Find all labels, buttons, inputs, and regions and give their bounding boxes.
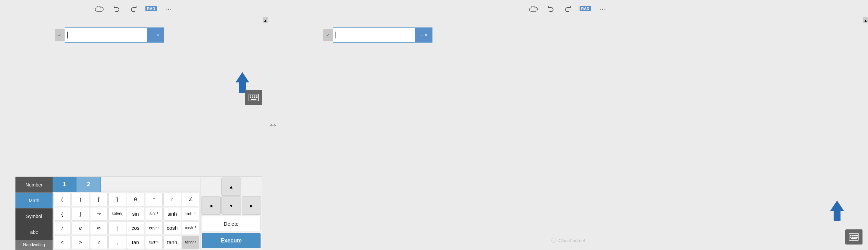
svg-marker-12 [830, 201, 844, 221]
key-pipe[interactable]: | [108, 221, 126, 235]
key-comma[interactable]: , [108, 236, 126, 249]
sidebar-item-math[interactable]: Math [15, 193, 53, 208]
execute-button[interactable]: Execute [202, 233, 261, 248]
svg-marker-0 [235, 72, 249, 93]
right-undo-icon[interactable] [545, 3, 556, 14]
svg-rect-14 [850, 235, 851, 236]
panel-separator-arrow: ↔ [268, 120, 278, 130]
svg-rect-22 [851, 238, 857, 239]
svg-rect-15 [852, 235, 854, 236]
nav-down-button[interactable]: ▼ [221, 196, 241, 215]
keyboard-key-rows: ( ) [ ] θ ° r ∠ { } ⇒ solve( sin sin⁻¹ [53, 192, 200, 250]
redo-icon[interactable] [128, 3, 139, 14]
key-cos[interactable]: cos [127, 221, 144, 235]
svg-rect-16 [854, 235, 856, 236]
delete-button[interactable]: Delete [202, 216, 261, 231]
key-cosh-inv[interactable]: cosh⁻¹ [182, 221, 199, 235]
key-rbracket[interactable]: ] [108, 193, 126, 206]
right-input-box: ✓ ··· ✕ [323, 27, 432, 43]
key-cos-inv[interactable]: cos⁻¹ [145, 221, 163, 235]
right-toolbar: RAD ··· [268, 0, 868, 17]
svg-rect-18 [850, 237, 851, 238]
key-lparen[interactable]: ( [53, 193, 71, 206]
nav-empty-2 [242, 178, 261, 196]
keyboard-row-3: i e ∞ | cos cos⁻¹ cosh cosh⁻¹ [53, 221, 199, 235]
key-rbrace[interactable]: } [72, 207, 89, 221]
key-tanh-inv[interactable]: tanh⁻¹ [182, 236, 199, 249]
key-sinh[interactable]: sinh [163, 207, 181, 221]
more-icon[interactable]: ··· [163, 3, 174, 14]
key-tan-inv[interactable]: tan⁻¹ [145, 236, 163, 249]
confirm-button[interactable]: ✓ [55, 29, 65, 41]
nav-empty-1 [201, 178, 221, 196]
keyboard-nav-grid: ▲ ◄ ▼ ► [201, 178, 261, 215]
right-more-icon[interactable]: ··· [597, 3, 608, 14]
svg-rect-19 [852, 237, 854, 238]
undo-icon[interactable] [111, 3, 122, 14]
right-confirm-button[interactable]: ✓ [323, 29, 333, 41]
right-cloud-icon[interactable] [528, 3, 539, 14]
keyboard-panel: Number Math Symbol abc Handwriting 1 2 [15, 177, 262, 250]
svg-rect-10 [251, 99, 256, 100]
keyboard-row-2: { } ⇒ solve( sin sin⁻¹ sinh sinh⁻¹ [53, 207, 199, 221]
svg-rect-4 [254, 95, 255, 96]
keyboard-tab-2[interactable]: 2 [77, 177, 101, 192]
key-tan[interactable]: tan [127, 236, 144, 249]
key-r[interactable]: r [163, 193, 181, 206]
keyboard-right-section: ▲ ◄ ▼ ► Delete Execute [200, 177, 262, 250]
right-rad-button[interactable]: RAD [580, 6, 591, 11]
key-rparen[interactable]: ) [72, 193, 89, 206]
cloud-icon[interactable] [94, 3, 105, 14]
sidebar-item-abc[interactable]: abc [15, 224, 53, 240]
svg-rect-8 [254, 97, 255, 98]
right-redo-icon[interactable] [562, 3, 573, 14]
sidebar-item-symbol[interactable]: Symbol [15, 208, 53, 224]
svg-rect-3 [252, 95, 253, 96]
keyboard-sidebar: Number Math Symbol abc Handwriting [15, 177, 53, 250]
key-angle[interactable]: ∠ [182, 193, 199, 206]
key-solve[interactable]: solve( [108, 207, 126, 221]
svg-rect-20 [854, 237, 856, 238]
sidebar-item-handwriting[interactable]: Handwriting [15, 240, 53, 250]
key-infinity[interactable]: ∞ [90, 221, 108, 235]
math-input-field[interactable] [65, 27, 147, 43]
key-sin-inv[interactable]: sin⁻¹ [145, 207, 163, 221]
svg-rect-6 [250, 97, 251, 98]
right-scroll-up-button[interactable]: ▲ [863, 17, 868, 23]
svg-rect-9 [256, 97, 257, 98]
right-keyboard-toggle-button[interactable] [845, 229, 862, 245]
key-i[interactable]: i [53, 221, 71, 235]
right-panel: RAD ··· ▲ ✓ ··· ✕ ClassPad.net [268, 0, 868, 250]
input-actions-button[interactable]: ··· ✕ [147, 27, 164, 43]
text-cursor [67, 32, 68, 38]
left-panel: RAD ··· ▲ ✓ ··· ✕ [0, 0, 268, 250]
left-toolbar: RAD ··· [0, 0, 268, 17]
keyboard-tabs: 1 2 [53, 177, 200, 192]
key-degree[interactable]: ° [145, 193, 163, 206]
key-tanh[interactable]: tanh [163, 236, 181, 249]
key-geq[interactable]: ≥ [72, 236, 89, 249]
key-leq[interactable]: ≤ [53, 236, 71, 249]
nav-right-button[interactable]: ► [242, 196, 261, 215]
svg-point-11 [551, 238, 556, 243]
key-implies[interactable]: ⇒ [90, 207, 108, 221]
nav-up-button[interactable]: ▲ [221, 178, 241, 196]
rad-button[interactable]: RAD [145, 6, 157, 11]
keyboard-tab-1[interactable]: 1 [53, 177, 77, 192]
scroll-up-button[interactable]: ▲ [263, 17, 268, 23]
key-e[interactable]: e [72, 221, 89, 235]
sidebar-item-number[interactable]: Number [15, 177, 53, 193]
key-neq[interactable]: ≠ [90, 236, 108, 249]
key-lbrace[interactable]: { [53, 207, 71, 221]
keyboard-toggle-button[interactable] [245, 90, 262, 105]
key-sin[interactable]: sin [127, 207, 144, 221]
right-math-input-field[interactable] [333, 27, 415, 43]
nav-left-button[interactable]: ◄ [201, 196, 221, 215]
key-theta[interactable]: θ [127, 193, 144, 206]
keyboard-main: 1 2 ( ) [ ] θ ° r ∠ { } [53, 177, 200, 250]
key-sinh-inv[interactable]: sinh⁻¹ [182, 207, 199, 221]
left-input-container: ✓ ··· ✕ [55, 27, 164, 43]
key-lbracket[interactable]: [ [90, 193, 108, 206]
right-input-actions-button[interactable]: ··· ✕ [415, 27, 432, 43]
key-cosh[interactable]: cosh [163, 221, 181, 235]
